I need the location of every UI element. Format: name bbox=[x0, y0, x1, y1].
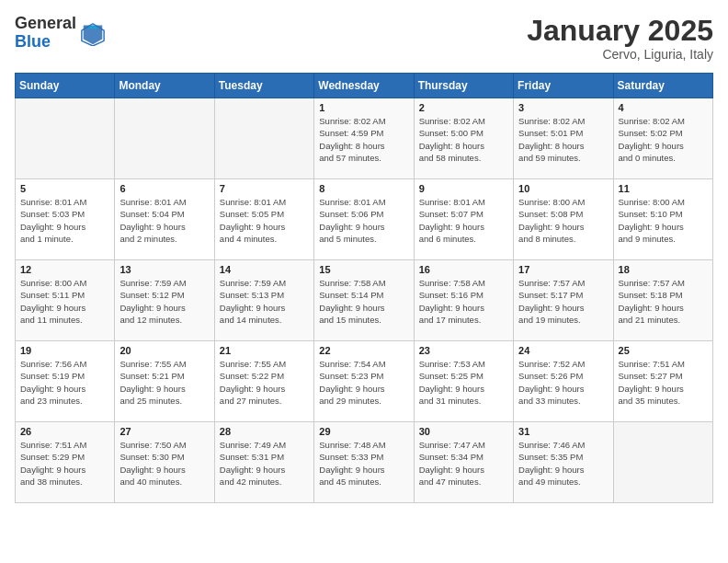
logo-general: General bbox=[15, 15, 76, 33]
calendar-week-row: 12Sunrise: 8:00 AM Sunset: 5:11 PM Dayli… bbox=[16, 260, 713, 341]
calendar-cell: 17Sunrise: 7:57 AM Sunset: 5:17 PM Dayli… bbox=[514, 260, 613, 341]
calendar-week-row: 19Sunrise: 7:56 AM Sunset: 5:19 PM Dayli… bbox=[16, 341, 713, 422]
calendar-cell: 18Sunrise: 7:57 AM Sunset: 5:18 PM Dayli… bbox=[613, 260, 712, 341]
day-number: 22 bbox=[319, 345, 408, 356]
weekday-header: Thursday bbox=[414, 74, 513, 98]
calendar-cell: 13Sunrise: 7:59 AM Sunset: 5:12 PM Dayli… bbox=[115, 260, 214, 341]
calendar-cell: 27Sunrise: 7:50 AM Sunset: 5:30 PM Dayli… bbox=[115, 422, 214, 503]
day-number: 15 bbox=[319, 264, 408, 275]
header-row: SundayMondayTuesdayWednesdayThursdayFrid… bbox=[16, 74, 713, 98]
weekday-header: Wednesday bbox=[314, 74, 414, 98]
day-info: Sunrise: 8:01 AM Sunset: 5:04 PM Dayligh… bbox=[119, 196, 209, 245]
weekday-header: Friday bbox=[514, 74, 613, 98]
day-info: Sunrise: 7:53 AM Sunset: 5:25 PM Dayligh… bbox=[419, 358, 508, 407]
day-info: Sunrise: 7:46 AM Sunset: 5:35 PM Dayligh… bbox=[518, 439, 608, 488]
calendar-cell: 2Sunrise: 8:02 AM Sunset: 5:00 PM Daylig… bbox=[414, 98, 513, 179]
calendar-cell: 6Sunrise: 8:01 AM Sunset: 5:04 PM Daylig… bbox=[115, 179, 214, 260]
day-number: 19 bbox=[20, 345, 109, 356]
calendar-cell: 9Sunrise: 8:01 AM Sunset: 5:07 PM Daylig… bbox=[414, 179, 513, 260]
day-info: Sunrise: 7:56 AM Sunset: 5:19 PM Dayligh… bbox=[20, 358, 109, 407]
title-block: January 2025 Cervo, Liguria, Italy bbox=[527, 15, 713, 62]
day-number: 29 bbox=[319, 426, 408, 437]
calendar-week-row: 1Sunrise: 8:02 AM Sunset: 4:59 PM Daylig… bbox=[16, 98, 713, 179]
day-info: Sunrise: 7:51 AM Sunset: 5:29 PM Dayligh… bbox=[20, 439, 109, 488]
day-info: Sunrise: 8:00 AM Sunset: 5:11 PM Dayligh… bbox=[20, 277, 109, 326]
day-info: Sunrise: 8:01 AM Sunset: 5:06 PM Dayligh… bbox=[319, 196, 408, 245]
day-info: Sunrise: 7:55 AM Sunset: 5:21 PM Dayligh… bbox=[119, 358, 209, 407]
day-number: 31 bbox=[518, 426, 608, 437]
day-number: 5 bbox=[20, 183, 109, 194]
calendar-cell: 19Sunrise: 7:56 AM Sunset: 5:19 PM Dayli… bbox=[16, 341, 115, 422]
logo-icon bbox=[80, 20, 106, 46]
calendar-cell: 11Sunrise: 8:00 AM Sunset: 5:10 PM Dayli… bbox=[613, 179, 712, 260]
calendar-cell: 4Sunrise: 8:02 AM Sunset: 5:02 PM Daylig… bbox=[613, 98, 712, 179]
day-number: 30 bbox=[419, 426, 508, 437]
day-number: 25 bbox=[619, 345, 708, 356]
day-number: 23 bbox=[419, 345, 508, 356]
day-number: 21 bbox=[220, 345, 309, 356]
day-number: 11 bbox=[619, 183, 708, 194]
day-info: Sunrise: 8:02 AM Sunset: 5:02 PM Dayligh… bbox=[619, 115, 708, 164]
day-number: 14 bbox=[220, 264, 309, 275]
day-number: 8 bbox=[319, 183, 408, 194]
day-info: Sunrise: 7:55 AM Sunset: 5:22 PM Dayligh… bbox=[220, 358, 309, 407]
calendar-cell: 5Sunrise: 8:01 AM Sunset: 5:03 PM Daylig… bbox=[16, 179, 115, 260]
calendar-cell bbox=[613, 422, 712, 503]
calendar-cell bbox=[214, 98, 313, 179]
weekday-header: Monday bbox=[115, 74, 214, 98]
day-info: Sunrise: 7:51 AM Sunset: 5:27 PM Dayligh… bbox=[619, 358, 708, 407]
day-number: 10 bbox=[518, 183, 608, 194]
day-info: Sunrise: 7:47 AM Sunset: 5:34 PM Dayligh… bbox=[419, 439, 508, 488]
day-info: Sunrise: 8:02 AM Sunset: 5:00 PM Dayligh… bbox=[419, 115, 508, 164]
day-info: Sunrise: 7:59 AM Sunset: 5:13 PM Dayligh… bbox=[220, 277, 309, 326]
calendar-cell: 12Sunrise: 8:00 AM Sunset: 5:11 PM Dayli… bbox=[16, 260, 115, 341]
day-number: 20 bbox=[119, 345, 209, 356]
weekday-header: Saturday bbox=[613, 74, 712, 98]
calendar-cell: 14Sunrise: 7:59 AM Sunset: 5:13 PM Dayli… bbox=[214, 260, 313, 341]
calendar-cell: 29Sunrise: 7:48 AM Sunset: 5:33 PM Dayli… bbox=[314, 422, 414, 503]
day-number: 1 bbox=[319, 102, 408, 113]
calendar-cell: 1Sunrise: 8:02 AM Sunset: 4:59 PM Daylig… bbox=[314, 98, 414, 179]
day-info: Sunrise: 7:50 AM Sunset: 5:30 PM Dayligh… bbox=[119, 439, 209, 488]
day-info: Sunrise: 7:48 AM Sunset: 5:33 PM Dayligh… bbox=[319, 439, 408, 488]
calendar-cell: 7Sunrise: 8:01 AM Sunset: 5:05 PM Daylig… bbox=[214, 179, 313, 260]
calendar-cell: 20Sunrise: 7:55 AM Sunset: 5:21 PM Dayli… bbox=[115, 341, 214, 422]
calendar-cell bbox=[16, 98, 115, 179]
day-number: 24 bbox=[518, 345, 608, 356]
day-number: 13 bbox=[119, 264, 209, 275]
location: Cervo, Liguria, Italy bbox=[527, 47, 713, 62]
calendar-cell: 24Sunrise: 7:52 AM Sunset: 5:26 PM Dayli… bbox=[514, 341, 613, 422]
day-number: 9 bbox=[419, 183, 508, 194]
day-info: Sunrise: 7:57 AM Sunset: 5:18 PM Dayligh… bbox=[619, 277, 708, 326]
day-number: 6 bbox=[119, 183, 209, 194]
month-title: January 2025 bbox=[527, 15, 713, 47]
day-info: Sunrise: 7:57 AM Sunset: 5:17 PM Dayligh… bbox=[518, 277, 608, 326]
day-info: Sunrise: 7:49 AM Sunset: 5:31 PM Dayligh… bbox=[220, 439, 309, 488]
calendar-cell bbox=[115, 98, 214, 179]
day-info: Sunrise: 8:00 AM Sunset: 5:10 PM Dayligh… bbox=[619, 196, 708, 245]
day-number: 17 bbox=[518, 264, 608, 275]
day-info: Sunrise: 7:58 AM Sunset: 5:16 PM Dayligh… bbox=[419, 277, 508, 326]
day-number: 27 bbox=[119, 426, 209, 437]
calendar-cell: 30Sunrise: 7:47 AM Sunset: 5:34 PM Dayli… bbox=[414, 422, 513, 503]
calendar-cell: 21Sunrise: 7:55 AM Sunset: 5:22 PM Dayli… bbox=[214, 341, 313, 422]
calendar-cell: 25Sunrise: 7:51 AM Sunset: 5:27 PM Dayli… bbox=[613, 341, 712, 422]
calendar-week-row: 5Sunrise: 8:01 AM Sunset: 5:03 PM Daylig… bbox=[16, 179, 713, 260]
day-number: 3 bbox=[518, 102, 608, 113]
day-number: 18 bbox=[619, 264, 708, 275]
calendar-cell: 31Sunrise: 7:46 AM Sunset: 5:35 PM Dayli… bbox=[514, 422, 613, 503]
day-number: 2 bbox=[419, 102, 508, 113]
day-number: 12 bbox=[20, 264, 109, 275]
calendar-cell: 28Sunrise: 7:49 AM Sunset: 5:31 PM Dayli… bbox=[214, 422, 313, 503]
day-info: Sunrise: 8:02 AM Sunset: 4:59 PM Dayligh… bbox=[319, 115, 408, 164]
day-info: Sunrise: 7:54 AM Sunset: 5:23 PM Dayligh… bbox=[319, 358, 408, 407]
calendar-cell: 26Sunrise: 7:51 AM Sunset: 5:29 PM Dayli… bbox=[16, 422, 115, 503]
calendar-cell: 10Sunrise: 8:00 AM Sunset: 5:08 PM Dayli… bbox=[514, 179, 613, 260]
calendar-cell: 23Sunrise: 7:53 AM Sunset: 5:25 PM Dayli… bbox=[414, 341, 513, 422]
day-info: Sunrise: 8:00 AM Sunset: 5:08 PM Dayligh… bbox=[518, 196, 608, 245]
logo: General Blue bbox=[15, 15, 106, 52]
day-number: 26 bbox=[20, 426, 109, 437]
weekday-header: Sunday bbox=[16, 74, 115, 98]
day-info: Sunrise: 8:01 AM Sunset: 5:03 PM Dayligh… bbox=[20, 196, 109, 245]
calendar-week-row: 26Sunrise: 7:51 AM Sunset: 5:29 PM Dayli… bbox=[16, 422, 713, 503]
